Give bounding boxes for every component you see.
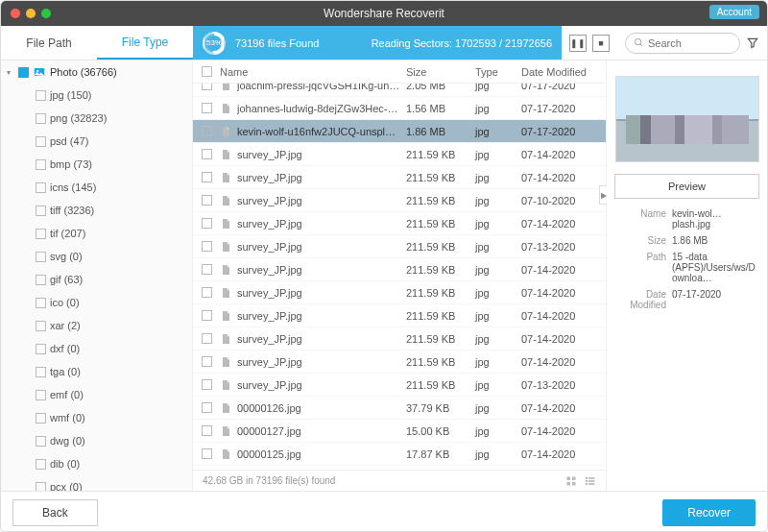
- tree-checkbox[interactable]: [36, 390, 46, 400]
- file-name: kevin-wolf-u16nfw2JUCQ-unsplash.jpg: [237, 126, 400, 137]
- tree-item[interactable]: tiff (3236): [1, 199, 192, 222]
- row-checkbox[interactable]: [202, 103, 212, 113]
- tree-checkbox[interactable]: [36, 413, 46, 423]
- column-header-size[interactable]: Size: [406, 66, 475, 78]
- tree-checkbox[interactable]: [36, 159, 46, 170]
- stop-button[interactable]: ■: [592, 35, 610, 52]
- file-list-body[interactable]: joachim-pressl-jqcVGSH1IKg-unsplash.jpg2…: [193, 84, 606, 470]
- file-name: 00000127.jpg: [237, 425, 301, 437]
- tree-checkbox[interactable]: [36, 206, 46, 216]
- file-row[interactable]: 00000125.jpg17.87 KBjpg07-14-2020: [193, 443, 606, 466]
- tree-checkbox[interactable]: [36, 436, 46, 447]
- tree-item[interactable]: ico (0): [1, 291, 192, 314]
- tree-checkbox[interactable]: [18, 67, 29, 78]
- file-row[interactable]: 00000126.jpg37.79 KBjpg07-14-2020: [193, 397, 606, 420]
- tree-item[interactable]: psd (47): [1, 130, 192, 153]
- tree-category[interactable]: ▾Photo (36766): [1, 60, 192, 84]
- file-date: 07-14-2020: [521, 264, 606, 276]
- tree-item[interactable]: icns (145): [1, 176, 192, 199]
- row-checkbox[interactable]: [202, 356, 212, 367]
- tree-checkbox[interactable]: [36, 275, 46, 285]
- tree-item[interactable]: bmp (73): [1, 153, 192, 176]
- row-checkbox[interactable]: [202, 264, 212, 275]
- file-row[interactable]: survey_JP.jpg211.59 KBjpg07-14-2020: [193, 166, 606, 189]
- row-checkbox[interactable]: [202, 379, 212, 390]
- tab-file-type[interactable]: File Type: [97, 26, 193, 60]
- file-row[interactable]: survey_JP.jpg211.59 KBjpg07-14-2020: [193, 351, 606, 374]
- column-header-type[interactable]: Type: [475, 66, 521, 78]
- tree-checkbox[interactable]: [36, 298, 46, 308]
- row-checkbox[interactable]: [202, 172, 212, 182]
- tab-file-path[interactable]: File Path: [1, 26, 97, 60]
- tree-item[interactable]: png (32823): [1, 107, 192, 130]
- tree-item[interactable]: tif (207): [1, 222, 192, 245]
- select-all-checkbox[interactable]: [202, 66, 212, 77]
- tree-item[interactable]: emf (0): [1, 383, 192, 406]
- row-checkbox[interactable]: [202, 126, 212, 136]
- tree-checkbox[interactable]: [36, 182, 46, 193]
- meta-size-label: Size: [614, 235, 666, 246]
- tree-checkbox[interactable]: [36, 229, 46, 239]
- tree-checkbox[interactable]: [36, 252, 46, 262]
- row-checkbox[interactable]: [202, 310, 212, 321]
- file-row[interactable]: 00000127.jpg15.00 KBjpg07-14-2020: [193, 420, 606, 443]
- tree-item[interactable]: dwg (0): [1, 429, 192, 452]
- tree-checkbox[interactable]: [36, 459, 46, 470]
- row-checkbox[interactable]: [202, 333, 212, 344]
- tree-item[interactable]: gif (63): [1, 268, 192, 291]
- file-row[interactable]: kevin-wolf-u16nfw2JUCQ-unsplash.jpg1.86 …: [193, 120, 606, 143]
- file-row[interactable]: survey_JP.jpg211.59 KBjpg07-14-2020: [193, 304, 606, 327]
- tree-item[interactable]: jpg (150): [1, 84, 192, 107]
- file-row[interactable]: joachim-pressl-jqcVGSH1IKg-unsplash.jpg2…: [193, 84, 606, 97]
- list-view-icon[interactable]: [585, 475, 596, 487]
- tree-item[interactable]: dib (0): [1, 452, 192, 475]
- account-button[interactable]: Account: [709, 5, 759, 19]
- tree-checkbox[interactable]: [36, 344, 46, 354]
- back-button[interactable]: Back: [12, 499, 98, 526]
- tree-checkbox[interactable]: [36, 90, 46, 101]
- file-row[interactable]: survey_JP.jpg211.59 KBjpg07-14-2020: [193, 258, 606, 281]
- tree-item[interactable]: svg (0): [1, 245, 192, 268]
- file-row[interactable]: survey_JP.jpg211.59 KBjpg07-10-2020: [193, 189, 606, 212]
- file-row[interactable]: survey_JP.jpg211.59 KBjpg07-14-2020: [193, 281, 606, 304]
- row-checkbox[interactable]: [202, 448, 212, 459]
- tree-item[interactable]: xar (2): [1, 314, 192, 337]
- collapse-preview-handle[interactable]: ▶: [599, 185, 607, 205]
- row-checkbox[interactable]: [202, 218, 212, 229]
- tree-checkbox[interactable]: [36, 482, 46, 492]
- search-input[interactable]: [648, 37, 725, 49]
- toolbar: File Path File Type 53% 73196 files Foun…: [1, 26, 767, 60]
- file-size: 211.59 KB: [406, 195, 475, 206]
- row-checkbox[interactable]: [202, 241, 212, 252]
- row-checkbox[interactable]: [202, 402, 212, 413]
- file-row[interactable]: survey_JP.jpg211.59 KBjpg07-14-2020: [193, 212, 606, 235]
- column-header-date[interactable]: Date Modified: [521, 66, 606, 78]
- file-row[interactable]: survey_JP.jpg211.59 KBjpg07-13-2020: [193, 374, 606, 397]
- row-checkbox[interactable]: [202, 149, 212, 159]
- grid-view-icon[interactable]: [565, 475, 577, 487]
- row-checkbox[interactable]: [202, 84, 212, 90]
- column-header-name[interactable]: Name: [220, 66, 406, 78]
- row-checkbox[interactable]: [202, 195, 212, 206]
- file-row[interactable]: survey_JP.jpg211.59 KBjpg07-14-2020: [193, 143, 606, 166]
- file-name: survey_JP.jpg: [237, 195, 302, 206]
- file-row[interactable]: survey_JP.jpg211.59 KBjpg07-14-2020: [193, 327, 606, 351]
- file-size: 211.59 KB: [406, 287, 475, 299]
- search-input-wrap[interactable]: [625, 33, 740, 54]
- recover-button[interactable]: Recover: [662, 499, 756, 526]
- file-row[interactable]: johannes-ludwig-8dejZGw3Hec-unsplash.jpg…: [193, 97, 606, 120]
- pause-button[interactable]: ❚❚: [569, 35, 587, 52]
- row-checkbox[interactable]: [202, 425, 212, 436]
- tree-item[interactable]: wmf (0): [1, 406, 192, 429]
- tree-item[interactable]: pcx (0): [1, 475, 192, 491]
- tree-item[interactable]: tga (0): [1, 360, 192, 383]
- preview-button[interactable]: Preview: [614, 174, 759, 199]
- filter-icon[interactable]: [746, 36, 759, 50]
- tree-checkbox[interactable]: [36, 321, 46, 331]
- tree-item[interactable]: dxf (0): [1, 337, 192, 360]
- row-checkbox[interactable]: [202, 287, 212, 298]
- tree-checkbox[interactable]: [36, 367, 46, 377]
- file-row[interactable]: survey_JP.jpg211.59 KBjpg07-13-2020: [193, 235, 606, 258]
- tree-checkbox[interactable]: [36, 136, 46, 147]
- tree-checkbox[interactable]: [36, 113, 46, 124]
